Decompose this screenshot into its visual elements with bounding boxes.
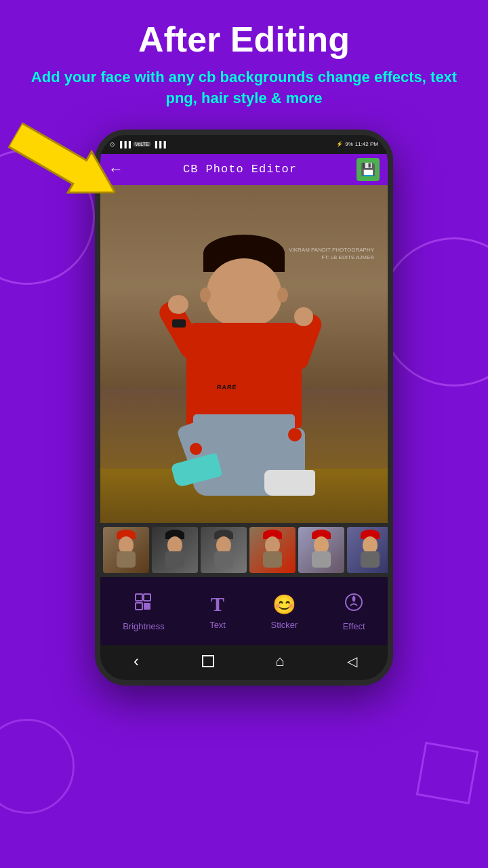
svg-rect-2	[144, 594, 150, 601]
nav-home-icon: ⌂	[275, 652, 284, 670]
photo-watermark: VIKRAM PANDIT PHOTOGRAPHY FT: LB EDITS A…	[289, 246, 374, 261]
save-button[interactable]: 💾	[357, 158, 380, 181]
thumbnail-2[interactable]	[152, 527, 198, 573]
toolbar-brightness[interactable]: Brightness	[123, 592, 164, 631]
thumbnail-1[interactable]	[103, 527, 149, 573]
status-right: ⚡ 9% 11:42 PM	[336, 141, 378, 147]
effect-svg	[344, 592, 364, 612]
thumbnail-6[interactable]	[347, 527, 388, 573]
signal-bars-2: ▐▐▐	[153, 141, 166, 148]
nav-square-icon	[202, 655, 214, 667]
nav-bar: ‹ ⌂ ◁	[100, 645, 388, 677]
toolbar-text[interactable]: T Text	[209, 593, 226, 630]
sticker-label: Sticker	[270, 620, 298, 630]
bg-arc-bottom-left	[0, 719, 75, 814]
nav-triangle-icon: ◁	[347, 653, 357, 669]
time-display: 11:42 PM	[355, 141, 378, 147]
main-title: After Editing	[14, 20, 474, 59]
bottom-toolbar: Brightness T Text 😊 Sticker Effect	[100, 577, 388, 645]
text-icon: T	[211, 593, 224, 616]
thumbnail-5[interactable]	[298, 527, 344, 573]
sticker-icon: 😊	[272, 593, 296, 616]
brightness-label: Brightness	[123, 621, 164, 631]
text-label: Text	[209, 620, 226, 630]
toolbar-effect[interactable]: Effect	[343, 592, 365, 631]
bg-square-bottom-right	[416, 742, 479, 805]
svg-rect-4	[144, 603, 150, 610]
effect-icon	[344, 592, 364, 617]
status-left: ⊙ ▐▐▐ VoLTE ▐▐▐	[110, 141, 166, 148]
phone-mockup: ⊙ ▐▐▐ VoLTE ▐▐▐ ⚡ 9% 11:42 PM ← CB Photo…	[95, 130, 393, 686]
app-header: ← CB Photo Editor 💾	[100, 154, 388, 185]
page-header: After Editing Add your face with any cb …	[0, 0, 488, 116]
battery-percent: 9%	[345, 141, 353, 147]
nav-back-icon: ‹	[134, 652, 139, 671]
thumbnail-strip	[100, 523, 388, 577]
wifi-icon: ⊙	[110, 141, 115, 148]
svg-rect-3	[136, 603, 142, 610]
signal-bars: ▐▐▐	[118, 141, 131, 148]
back-button[interactable]: ←	[108, 161, 123, 178]
brightness-svg	[134, 592, 154, 612]
subtitle: Add your face with any cb backgrounds ch…	[14, 67, 474, 109]
thumbnail-4[interactable]	[249, 527, 296, 573]
watermark-line1: VIKRAM PANDIT PHOTOGRAPHY	[289, 246, 374, 254]
nav-triangle-button[interactable]: ◁	[338, 648, 365, 675]
toolbar-sticker[interactable]: 😊 Sticker	[270, 593, 298, 630]
app-title: CB Photo Editor	[183, 163, 297, 176]
battery-icon: ⚡	[336, 141, 343, 147]
photo-area: RARE	[100, 185, 388, 523]
brightness-icon	[134, 592, 154, 617]
volte-badge: VoLTE	[134, 142, 150, 146]
nav-back-button[interactable]: ‹	[123, 648, 150, 675]
effect-label: Effect	[343, 621, 365, 631]
save-icon: 💾	[361, 162, 375, 177]
thumbnail-3[interactable]	[201, 527, 247, 573]
status-bar: ⊙ ▐▐▐ VoLTE ▐▐▐ ⚡ 9% 11:42 PM	[100, 135, 388, 154]
svg-rect-1	[136, 594, 142, 601]
watermark-line2: FT: LB EDITS AJMER	[289, 254, 374, 261]
nav-home-button[interactable]: ⌂	[266, 648, 293, 675]
phone-container: ⊙ ▐▐▐ VoLTE ▐▐▐ ⚡ 9% 11:42 PM ← CB Photo…	[0, 130, 488, 686]
nav-recents-button[interactable]	[195, 648, 222, 675]
boy-figure: RARE	[163, 191, 325, 496]
